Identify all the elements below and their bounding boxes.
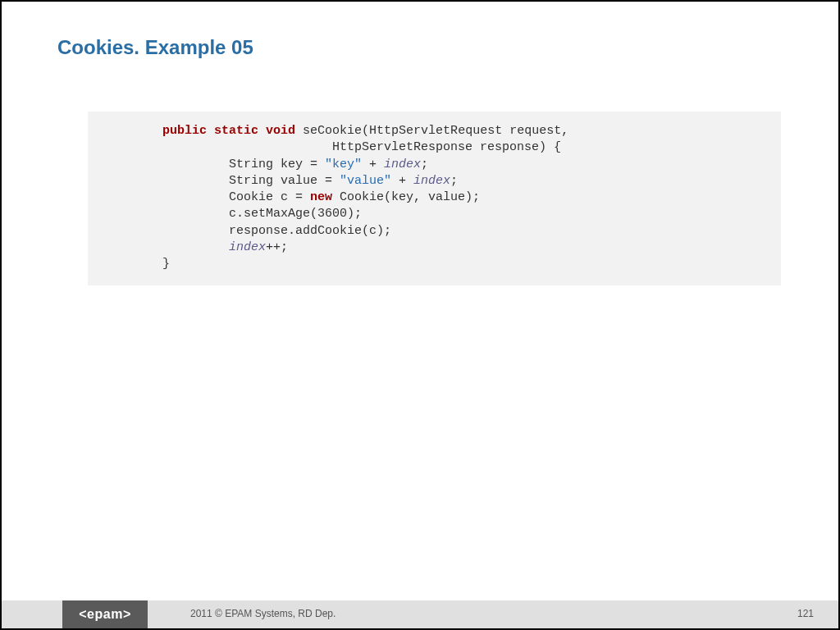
copyright-text: 2011 © EPAM Systems, RD Dep. <box>190 608 336 619</box>
code-block: public static void seCookie(HttpServletR… <box>88 112 781 285</box>
ident-index: index <box>413 174 450 188</box>
string-value: "value" <box>340 174 391 188</box>
code-inc: ++; <box>266 240 288 254</box>
ident-index: index <box>229 240 266 254</box>
code-val-pre: String value = <box>229 174 340 188</box>
string-key: "key" <box>325 158 362 171</box>
code-sig2: HttpServletResponse response) { <box>332 140 561 154</box>
footer-bar: <epam> 2011 © EPAM Systems, RD Dep. 121 <box>2 600 838 628</box>
code-plus: + <box>391 174 413 188</box>
logo: <epam> <box>62 600 148 628</box>
code-indent <box>96 140 332 154</box>
code-indent <box>96 240 229 254</box>
code-cookie-pre: Cookie c = <box>229 190 310 204</box>
code-semi: ; <box>421 158 428 171</box>
code-indent <box>96 174 229 188</box>
keyword-new: new <box>310 190 332 204</box>
keyword-public: public <box>162 124 207 138</box>
code-close: } <box>162 257 170 271</box>
page-title: Cookies. Example 05 <box>57 36 253 59</box>
code-sig1: seCookie(HttpServletRequest request, <box>295 124 568 138</box>
code-indent <box>96 224 229 238</box>
code-indent <box>96 257 162 271</box>
page-number: 121 <box>797 608 814 619</box>
keyword-static: static <box>214 124 258 138</box>
code-semi: ; <box>450 174 458 188</box>
code-key-pre: String key = <box>229 158 325 171</box>
code-addcookie: response.addCookie(c); <box>229 224 391 238</box>
keyword-void: void <box>266 124 295 138</box>
code-indent <box>96 124 162 138</box>
code-indent <box>96 158 229 171</box>
slide: Cookies. Example 05 public static void s… <box>2 2 838 628</box>
code-maxage: c.setMaxAge(3600); <box>229 207 362 221</box>
code-plus: + <box>362 158 384 171</box>
code-indent <box>96 190 229 204</box>
code-indent <box>96 207 229 221</box>
ident-index: index <box>384 158 421 171</box>
code-cookie-post: Cookie(key, value); <box>332 190 480 204</box>
